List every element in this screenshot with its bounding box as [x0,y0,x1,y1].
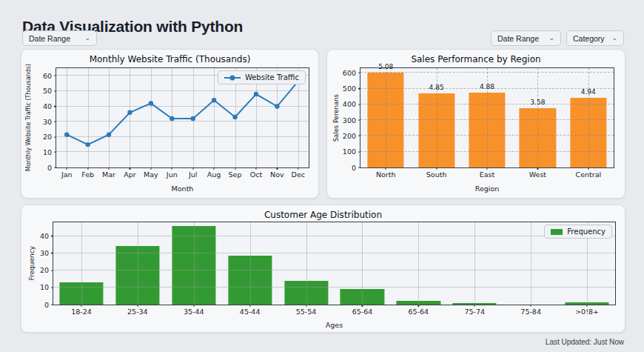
chart-title: Customer Age Distribution [21,210,625,220]
chevron-down-icon: ⌄ [611,35,617,41]
x-tick-mark [214,167,215,170]
y-tick-label: 400 [343,101,356,108]
x-tick-mark [87,167,88,170]
y-tick-label: 20 [43,133,52,141]
x-tick-label: 35-44 [184,308,204,316]
x-tick-mark [386,167,386,170]
x-axis-label: Month [56,185,309,193]
y-tick-label: 200 [343,133,356,140]
y-tick-label: 40 [40,233,49,240]
x-tick-label: Feb [81,171,94,179]
gridline [81,222,82,305]
x-tick-mark [531,305,531,307]
x-tick-label: West [529,171,546,179]
bar-chart-card: Sales Performance by Region Sales Perena… [326,49,625,199]
gridline [306,222,307,305]
bar-value-label: 4.94 [581,89,596,96]
legend-label: Frequency [567,228,606,236]
y-tick-label: 500 [343,85,356,93]
x-tick-mark [474,305,475,307]
line-chart-card: Monthly Website Traffic (Thousands) Mont… [21,49,319,199]
gridline [386,68,386,167]
x-tick-label: North [376,171,396,179]
x-tick-label: 75-74 [464,308,485,316]
gridline [531,222,531,305]
x-tick-label: Nov [270,171,284,179]
y-axis-label: Sales Perenans [332,94,340,142]
category-filter[interactable]: Category ⌄ [566,30,624,46]
y-tick-label: 60 [43,73,52,80]
gridline [250,222,251,305]
x-tick-label: 45-44 [240,308,261,316]
y-tick-label: 0 [47,164,52,171]
x-tick-label: >0!8+ [575,308,599,316]
bar-value-label: 5.08 [378,64,393,70]
gridline [362,222,363,305]
y-axis-label-wrap: Sales Perenans [332,67,340,168]
gridline [418,222,419,305]
x-tick-mark [436,167,437,170]
x-tick-mark [172,167,172,170]
gridline [537,68,538,167]
x-tick-label: Central [576,171,602,179]
gridline [194,222,195,305]
y-tick-label: 20 [40,267,49,274]
x-tick-mark [108,167,109,170]
y-tick-label: 0 [352,164,356,171]
y-tick-label: 300 [343,116,356,124]
x-tick-label: 65-64 [352,308,373,316]
x-tick-label: Jul [189,171,197,179]
y-tick-label: 40 [43,103,52,110]
y-tick-label: 30 [43,118,52,125]
x-tick-mark [537,167,538,170]
legend: Website Traffic [218,70,306,84]
x-tick-mark [137,305,138,307]
x-tick-label: Dec [292,171,305,179]
x-tick-mark [298,167,298,170]
bar-value-label: 4.88 [480,84,494,90]
histogram-card: Customer Age Distribution Frequency 0102… [21,205,625,333]
y-tick-label: 100 [343,148,356,156]
chart-title: Sales Performance by Region [327,54,625,64]
date-range-filter-right[interactable]: Date Range ⌄ [491,30,561,46]
y-tick-mark [51,304,53,305]
x-tick-label: East [480,171,495,179]
gridline [138,222,138,305]
x-tick-mark [235,167,235,170]
x-tick-mark [588,167,588,170]
plot-area: 0100200300400500600NorthSouthEastWestCen… [360,67,614,168]
x-tick-label: Mar [102,171,115,179]
chevron-down-icon: ⌄ [549,35,554,41]
y-tick-label: 10 [43,149,52,156]
line-marker-icon [224,77,241,79]
x-tick-label: 75-84 [520,308,541,316]
x-tick-label: 25-34 [127,308,148,316]
gridline [474,222,475,305]
x-tick-mark [192,167,193,170]
x-tick-mark [81,305,81,307]
x-tick-label: 65-64 [409,308,429,316]
x-tick-label: South [426,171,447,179]
x-tick-label: 18-24 [71,308,92,316]
y-tick-label: 30 [40,250,49,257]
x-tick-mark [362,305,363,307]
date-range-filter[interactable]: Date Range ⌄ [22,30,97,46]
bar-value-label: 4.85 [429,84,444,91]
y-tick-label: 600 [343,70,356,77]
x-tick-mark [249,305,250,307]
y-tick-label: 10 [40,284,49,291]
x-tick-label: Sep [229,171,242,179]
x-tick-label: Apr [124,171,135,179]
bar-value-label: 3.58 [530,99,545,106]
x-tick-label: Jun [167,171,178,179]
y-axis-label-wrap: Monthly Website Traffic (Thousands) [25,67,32,168]
chart-title: Monthly Website Traffic (Thousands) [21,54,318,64]
x-tick-label: Aug [207,171,221,179]
x-tick-mark [193,305,194,307]
y-tick-label: 50 [43,87,52,95]
x-tick-label: Oct [250,171,262,179]
x-axis-label: Ages [53,321,616,329]
x-tick-label: Jan [61,171,73,179]
plot-area: 01020304018-2425-3435-4445-4455-5465-646… [53,222,616,305]
x-tick-mark [418,305,419,307]
